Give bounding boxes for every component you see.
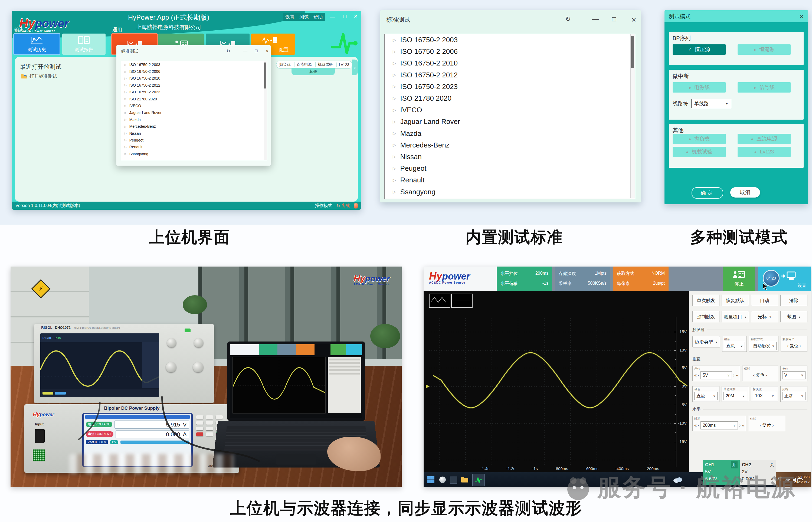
standard-tree-item[interactable]: ▷ ISO 16750-2 2003: [384, 34, 635, 46]
expand-icon[interactable]: ▷: [124, 111, 127, 114]
reset-button[interactable]: 复位: [756, 373, 764, 378]
scrollbar-thumb[interactable]: [264, 62, 266, 88]
standard-tree-item[interactable]: ▷ Peugeot: [384, 163, 635, 174]
tab-other[interactable]: 其他: [292, 68, 335, 75]
increment-icon[interactable]: ›: [733, 373, 735, 378]
standards-tree[interactable]: ▷ ISO 16750-2 2003 ▷ ISO 16750-2 2006 ▷ …: [384, 34, 635, 199]
measure-items-dropdown[interactable]: 测量项目∨: [721, 311, 749, 322]
windows-start-icon[interactable]: [428, 476, 434, 483]
standard-tree-item[interactable]: ▷ ISO 21780 2020: [121, 96, 267, 102]
cancel-button[interactable]: 取消: [730, 187, 760, 198]
expand-icon[interactable]: ▷: [393, 61, 396, 66]
expand-icon[interactable]: ▷: [124, 97, 127, 100]
panel-button[interactable]: 单次触发: [692, 295, 719, 306]
test-type-tab[interactable]: 抛负载: [277, 62, 293, 67]
standard-tree-item[interactable]: ▷ ISO 16750-2 2012: [384, 69, 635, 81]
close-icon[interactable]: ×: [632, 15, 636, 24]
reset-button[interactable]: 复位: [790, 343, 798, 349]
expand-icon[interactable]: ▷: [124, 84, 127, 86]
expand-icon[interactable]: ▷: [393, 38, 396, 42]
panel-button[interactable]: 恢复默认: [721, 295, 749, 306]
decrement-icon[interactable]: ‹: [760, 423, 761, 428]
close-icon[interactable]: ×: [266, 48, 269, 54]
standard-tree-item[interactable]: ▷ ISO 16750-2 2003: [121, 61, 267, 68]
standard-tree-item[interactable]: ▷ Ssangyong: [121, 150, 267, 157]
standard-tree-item[interactable]: ▷ Nissan: [384, 151, 635, 163]
maximize-icon[interactable]: □: [612, 15, 616, 23]
decrement-icon[interactable]: ‹: [787, 343, 789, 348]
open-standard-test-link[interactable]: 打开标准测试: [21, 73, 57, 79]
maximize-icon[interactable]: □: [255, 48, 258, 53]
constant-voltage-button[interactable]: ✓ 恒压源: [673, 44, 726, 55]
other-mode-button[interactable]: ● 直流电源: [737, 134, 791, 144]
screenshot-dropdown[interactable]: 截图∨: [780, 311, 807, 322]
stop-button[interactable]: 停止: [723, 266, 755, 291]
standard-tree-item[interactable]: ▷ Peugeot: [121, 137, 267, 143]
standard-tree-item[interactable]: ▷ Mazda: [384, 128, 635, 139]
other-mode-button[interactable]: ● 抛负载: [673, 134, 726, 144]
expand-icon[interactable]: ▷: [124, 139, 127, 142]
decrement-icon[interactable]: ‹: [698, 373, 699, 378]
refresh-icon[interactable]: ↻: [565, 15, 571, 23]
increment-icon[interactable]: ›: [772, 423, 774, 428]
line-type-select[interactable]: 单线路 ▼: [691, 99, 731, 108]
standard-tree-item[interactable]: ▷ ISO 16750-2 2006: [121, 68, 267, 75]
edge-type-dropdown[interactable]: 边沿类型∨: [692, 336, 720, 347]
scrollbar[interactable]: [264, 61, 266, 160]
standard-tree-item[interactable]: ▷ ISO 16750-2 2006: [384, 46, 635, 57]
increment-icon[interactable]: ›: [766, 373, 767, 378]
invert-select[interactable]: 正常∨: [782, 392, 806, 400]
calculator-icon[interactable]: [450, 477, 457, 484]
decrement-icon[interactable]: ‹: [753, 373, 755, 378]
standard-tree-item[interactable]: ▷ ISO 16750-2 2010: [121, 75, 267, 82]
expand-icon[interactable]: ▷: [124, 152, 127, 155]
minimize-icon[interactable]: —: [592, 15, 599, 23]
coarse-increment-icon[interactable]: »: [741, 423, 744, 428]
standard-tree-item[interactable]: ▷ ISO 21780 2020: [384, 93, 635, 104]
reset-button[interactable]: 复位: [763, 423, 771, 428]
expand-icon[interactable]: ▷: [124, 118, 127, 121]
expand-icon[interactable]: ▷: [393, 49, 396, 54]
bandwidth-select[interactable]: 20M∨: [724, 392, 747, 400]
standard-tree-item[interactable]: ▷ Renault: [384, 174, 635, 186]
expand-icon[interactable]: ▷: [393, 119, 396, 124]
expand-icon[interactable]: ▷: [393, 108, 396, 113]
increment-icon[interactable]: ›: [739, 423, 740, 428]
scrollbar[interactable]: [630, 34, 635, 198]
standard-tree-item[interactable]: ▷ Nissan: [121, 130, 267, 137]
tabs-expand-arrow[interactable]: ›: [352, 60, 358, 75]
cursor-dropdown[interactable]: 光标∨: [751, 311, 778, 322]
coarse-decrement-icon[interactable]: «: [694, 423, 697, 428]
increment-icon[interactable]: ›: [799, 343, 801, 348]
v-scale-select[interactable]: 5V∨: [700, 371, 732, 379]
expand-icon[interactable]: ▷: [393, 189, 396, 194]
standards-tree[interactable]: ▷ ISO 16750-2 2003 ▷ ISO 16750-2 2006 ▷ …: [121, 61, 267, 160]
constant-current-button[interactable]: ● 恒流源: [737, 44, 791, 55]
expand-icon[interactable]: ▷: [393, 131, 396, 136]
ok-button[interactable]: 确定: [692, 187, 723, 199]
timebase-select[interactable]: 200ms∨: [700, 421, 738, 429]
decrement-icon[interactable]: ‹: [698, 423, 699, 428]
close-icon[interactable]: ×: [799, 12, 804, 21]
coarse-decrement-icon[interactable]: «: [694, 373, 697, 378]
power-line-button[interactable]: ● 电源线: [673, 82, 726, 93]
panel-button[interactable]: 自动: [751, 295, 778, 306]
force-trigger-button[interactable]: 强制触发: [692, 311, 719, 322]
standard-tree-item[interactable]: ▷ IVECO: [121, 102, 267, 109]
test-report-button[interactable]: 测试报告: [62, 34, 105, 55]
expand-icon[interactable]: ▷: [124, 77, 127, 80]
expand-icon[interactable]: ▷: [124, 104, 127, 107]
expand-icon[interactable]: ▷: [393, 178, 396, 183]
menu-help[interactable]: 帮助: [313, 14, 323, 20]
menu-settings[interactable]: 设置: [285, 14, 295, 20]
test-type-tab[interactable]: 直流电源: [294, 62, 314, 67]
standard-tree-item[interactable]: ▷ Ssangyong: [384, 186, 635, 198]
standard-tree-item[interactable]: ▷ ISO 16750-2 2012: [121, 82, 267, 88]
standard-tree-item[interactable]: ▷ Mercedes-Benz: [121, 123, 267, 130]
v-coupling-select[interactable]: 直流∨: [694, 392, 717, 400]
standard-tree-item[interactable]: ▷ ISO 16750-2 2010: [384, 57, 635, 69]
maximize-icon[interactable]: □: [343, 14, 346, 19]
refresh-icon[interactable]: ↻: [226, 48, 230, 54]
test-type-tab[interactable]: 机载试验: [315, 62, 335, 67]
expand-icon[interactable]: ▷: [393, 84, 396, 89]
